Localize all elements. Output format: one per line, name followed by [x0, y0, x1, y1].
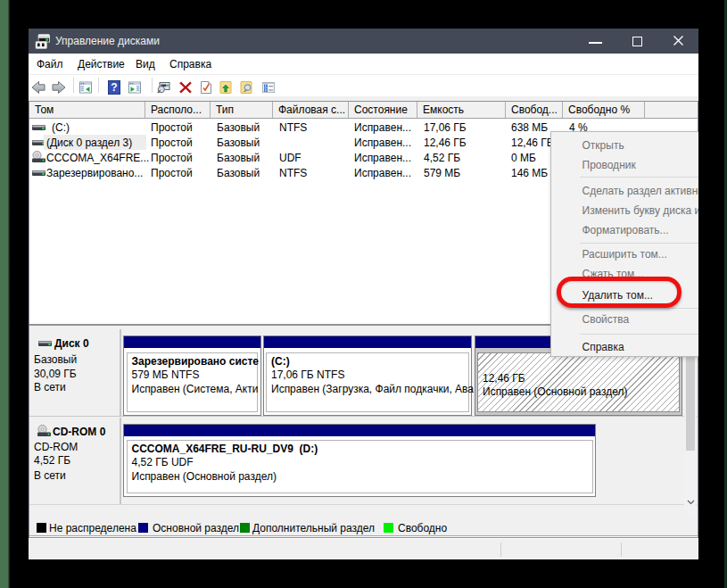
- svg-text:?: ?: [111, 81, 117, 94]
